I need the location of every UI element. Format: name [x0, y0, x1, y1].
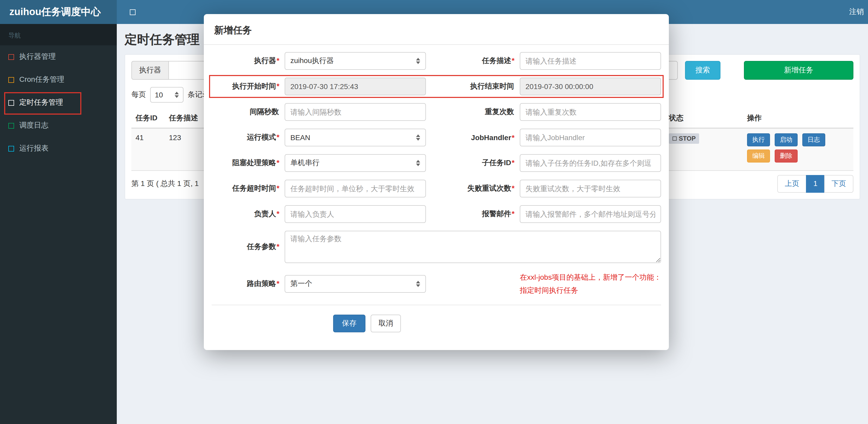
select-arrows-icon [416, 58, 420, 64]
sidebar-item-run-report[interactable]: 运行报表 [0, 137, 117, 160]
add-task-modal: 新增任务 执行器* zuihou执行器 任务描述* 执行开始时间* 执行结束时间 [204, 14, 669, 350]
end-time-label: 执行结束时间 [426, 82, 520, 91]
feature-note: 在xxl-jobs项目的基础上，新增了一个功能： 指定时间执行任务 [520, 271, 661, 297]
sidebar-item-timed-task-manage[interactable]: 定时任务管理 [0, 91, 117, 114]
cell-status: STOP [665, 128, 743, 171]
task-desc-label: 任务描述* [426, 56, 520, 66]
select-arrows-icon [175, 92, 179, 98]
add-task-button[interactable]: 新增任务 [744, 61, 854, 80]
run-mode-select[interactable]: BEAN [285, 129, 426, 146]
header-task-id: 任务ID [131, 109, 165, 128]
per-page-prefix: 每页 [131, 90, 146, 99]
square-outline-icon [8, 77, 14, 83]
run-mode-label: 运行模式* [212, 133, 285, 142]
child-task-input[interactable] [520, 154, 661, 172]
search-button[interactable]: 搜索 [685, 61, 720, 80]
feature-note-line2: 指定时间执行任务 [520, 284, 661, 297]
square-outline-icon [8, 123, 14, 128]
log-button[interactable]: 日志 [802, 133, 825, 146]
interval-label: 间隔秒数 [212, 107, 285, 117]
executor-filter-label: 执行器 [131, 61, 168, 80]
square-outline-icon [8, 54, 14, 60]
form-row: 任务参数* [212, 231, 661, 263]
modal-title: 新增任务 [204, 14, 669, 45]
form-row: 间隔秒数 重复次数 [212, 103, 661, 121]
start-button[interactable]: 启动 [775, 133, 798, 146]
route-strategy-label: 路由策略* [212, 279, 285, 289]
sidebar-header: 导航 [0, 24, 117, 45]
delete-button[interactable]: 删除 [775, 150, 798, 163]
end-time-input[interactable] [520, 77, 661, 95]
alarm-email-input[interactable] [520, 205, 661, 223]
pagination-info: 第 1 页 ( 总共 1 页, 1 [131, 179, 198, 189]
alarm-email-label: 报警邮件* [426, 209, 520, 219]
header-actions: 操作 [743, 109, 854, 128]
retry-count-label: 失败重试次数* [426, 184, 520, 193]
select-value: zuihou执行器 [290, 56, 334, 66]
interval-input[interactable] [285, 103, 426, 121]
task-desc-input[interactable] [520, 52, 661, 70]
edit-button[interactable]: 编辑 [747, 150, 770, 163]
sidebar-item-label: 执行器管理 [19, 52, 56, 62]
select-arrows-icon [416, 134, 420, 141]
header-status: 状态 [665, 109, 743, 128]
square-outline-icon [8, 145, 14, 151]
sidebar-item-label: 运行报表 [19, 144, 49, 153]
timeout-label: 任务超时时间* [212, 184, 285, 193]
owner-input[interactable] [285, 205, 426, 223]
annotated-time-row: 执行开始时间* 执行结束时间 [212, 77, 661, 95]
prev-page-button[interactable]: 上页 [777, 175, 806, 193]
page-1-button[interactable]: 1 [806, 175, 825, 193]
modal-body: 执行器* zuihou执行器 任务描述* 执行开始时间* 执行结束时间 间隔秒数 [204, 45, 669, 350]
app: zuihou任务调度中心 注销 导航 执行器管理 Cron任务管理 定时任务管理 [0, 0, 868, 424]
task-params-label: 任务参数* [212, 242, 285, 252]
start-time-label: 执行开始时间* [212, 82, 285, 91]
feature-note-line1: 在xxl-jobs项目的基础上，新增了一个功能： [520, 271, 661, 284]
per-page-select[interactable]: 10 [150, 87, 184, 103]
sidebar-item-cron-task-manage[interactable]: Cron任务管理 [0, 68, 117, 91]
sidebar-item-executor-manage[interactable]: 执行器管理 [0, 45, 117, 68]
block-strategy-label: 阻塞处理策略* [212, 158, 285, 168]
sidebar-item-label: Cron任务管理 [19, 75, 64, 85]
cell-actions: 执行 启动 日志 编辑 删除 [743, 128, 854, 171]
form-row: 任务超时时间* 失败重试次数* [212, 180, 661, 197]
sidebar-toggle-icon [129, 9, 135, 15]
run-button[interactable]: 执行 [747, 133, 770, 146]
status-text: STOP [679, 135, 696, 142]
timeout-input[interactable] [285, 180, 426, 197]
select-arrows-icon [416, 160, 420, 166]
form-row: 执行器* zuihou执行器 任务描述* [212, 52, 661, 70]
retry-count-input[interactable] [520, 180, 661, 197]
route-strategy-select[interactable]: 第一个 [285, 275, 426, 293]
status-badge: STOP [669, 133, 699, 144]
task-params-textarea[interactable] [285, 231, 661, 263]
start-time-input[interactable] [285, 77, 426, 95]
next-page-button[interactable]: 下页 [824, 175, 854, 193]
cancel-button[interactable]: 取消 [371, 315, 401, 332]
form-row: 路由策略* 第一个 在xxl-jobs项目的基础上，新增了一个功能： 指定时间执… [212, 271, 661, 297]
save-button[interactable]: 保存 [333, 315, 366, 332]
sidebar-toggle-button[interactable] [126, 5, 139, 19]
executor-select[interactable]: zuihou执行器 [285, 52, 426, 70]
square-icon [673, 136, 677, 141]
cell-task-id: 41 [131, 128, 165, 171]
sidebar-item-label: 定时任务管理 [19, 98, 63, 107]
block-strategy-select[interactable]: 单机串行 [285, 154, 426, 172]
select-value: BEAN [290, 133, 310, 142]
pager: 上页 1 下页 [777, 175, 854, 193]
modal-footer: 保存 取消 [212, 305, 661, 350]
child-task-label: 子任务ID* [426, 158, 520, 168]
jobhandler-input[interactable] [520, 129, 661, 146]
app-brand: zuihou任务调度中心 [0, 0, 117, 24]
form-row: 阻塞处理策略* 单机串行 子任务ID* [212, 154, 661, 172]
select-value: 单机串行 [290, 158, 319, 168]
square-outline-icon [8, 100, 14, 105]
sidebar-item-schedule-log[interactable]: 调度日志 [0, 114, 117, 137]
form-row: 运行模式* BEAN JobHandler* [212, 129, 661, 146]
form-row: 负责人* 报警邮件* [212, 205, 661, 223]
select-value: 第一个 [290, 279, 312, 289]
logout-link[interactable]: 注销 [849, 7, 865, 17]
sidebar-item-label: 调度日志 [19, 121, 49, 130]
select-arrows-icon [416, 281, 420, 287]
repeat-count-input[interactable] [520, 103, 661, 121]
